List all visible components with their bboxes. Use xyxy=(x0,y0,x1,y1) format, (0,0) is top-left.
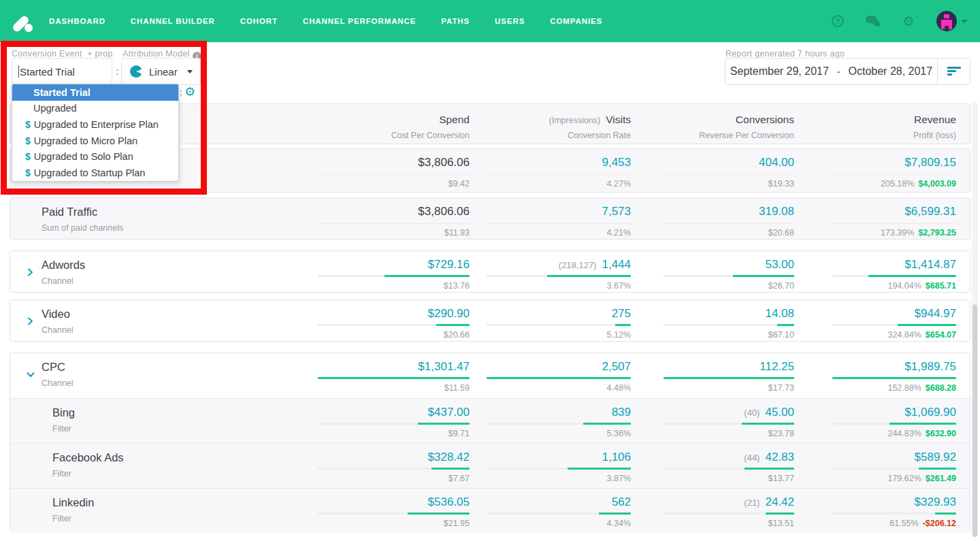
cost-per-conversion: $20.66 xyxy=(318,330,470,340)
conversion-event-label: Conversion Event + prop xyxy=(12,49,113,59)
visits-value[interactable]: 1,106 xyxy=(487,444,631,464)
col-header-revenue: Revenue xyxy=(832,104,956,126)
col-header-visits: (Impressions)Visits xyxy=(487,104,631,126)
profit-value: $4,003.09 xyxy=(918,179,956,189)
nav-item-dashboard[interactable]: DASHBOARD xyxy=(49,17,105,25)
spend-value[interactable]: $437.00 xyxy=(318,399,470,419)
col-header-spend: Spend xyxy=(318,104,470,126)
add-prop-link[interactable]: + prop xyxy=(87,49,113,59)
dropdown-option-upgraded-micro[interactable]: $Upgraded to Micro Plan xyxy=(12,133,178,149)
conversions-value[interactable]: 42.83 xyxy=(765,451,794,463)
profit-value: -$206.12 xyxy=(923,519,956,528)
revenue-value[interactable]: $7,809.15 xyxy=(832,149,956,169)
nav-item-companies[interactable]: COMPANIES xyxy=(550,17,602,25)
revenue-value[interactable]: $329.93 xyxy=(832,489,956,509)
conversion-rate: 5.12% xyxy=(487,330,631,340)
conversions-value[interactable]: 24.42 xyxy=(765,495,794,508)
revenue-value[interactable]: $1,069.90 xyxy=(832,399,956,419)
row-name: Linkedin xyxy=(52,496,94,509)
row-subtitle: Filter xyxy=(52,514,94,523)
model-settings-gear-icon[interactable]: ⚙ xyxy=(184,84,195,99)
account-menu[interactable] xyxy=(936,11,968,31)
nav-item-channel-performance[interactable]: CHANNEL PERFORMANCE xyxy=(303,17,416,25)
conversions-value[interactable]: 45.00 xyxy=(765,406,794,419)
profit-pct: 244.83% xyxy=(887,429,921,438)
brand-logo-icon[interactable] xyxy=(10,7,37,35)
date-range-picker[interactable]: September 29, 2017 - October 28, 2017 xyxy=(725,58,970,85)
table-row-video: VideoChannel $290.90$20.66 2755.12% 14.0… xyxy=(10,299,970,342)
conversion-rate: 4.27% xyxy=(487,179,631,189)
chat-icon[interactable] xyxy=(866,15,881,27)
revenue-per-conversion: $20.68 xyxy=(664,228,794,238)
revenue-per-conversion: $19.33 xyxy=(664,179,794,189)
avatar xyxy=(936,11,957,31)
dropdown-option-upgraded-solo[interactable]: $Upgraded to Solo Plan xyxy=(12,148,178,165)
conversions-value[interactable]: 319.08 xyxy=(664,198,794,218)
conversions-value[interactable]: 112.25 xyxy=(664,353,794,374)
visits-value[interactable]: 9,453 xyxy=(487,149,631,169)
spend-value: $3,806.06 xyxy=(318,149,470,169)
cost-per-conversion: $9.71 xyxy=(318,429,470,438)
table-group-cpc: CPCChannel $1,301.47$11.59 2,5074.48% 11… xyxy=(10,353,970,532)
conversion-rate: 4.48% xyxy=(487,383,631,393)
row-subtitle: Sum of paid channels xyxy=(42,223,123,233)
dropdown-option-upgraded-enterprise[interactable]: $Upgraded to Enterprise Plan xyxy=(12,116,178,133)
revenue-value[interactable]: $589.92 xyxy=(832,444,956,464)
revenue-value[interactable]: $1,989.75 xyxy=(832,353,956,374)
row-subtitle: Channel xyxy=(42,378,74,388)
col-subheader-conversion-rate: Conversion Rate xyxy=(487,131,631,140)
spend-value: $3,806.06 xyxy=(318,198,470,218)
conversion-rate: 5.36% xyxy=(487,429,631,438)
spend-value[interactable]: $1,301.47 xyxy=(318,353,470,374)
date-separator: - xyxy=(837,66,840,77)
dollar-icon: $ xyxy=(25,135,31,146)
profit-pct: 179.62% xyxy=(887,474,921,483)
filter-icon xyxy=(947,67,961,76)
profit-value: $688.28 xyxy=(926,383,956,393)
dropdown-option-started-trial[interactable]: Started Trial xyxy=(12,84,178,101)
scrollbar-thumb[interactable] xyxy=(973,304,977,537)
nav-item-users[interactable]: USERS xyxy=(495,17,525,25)
spend-value[interactable]: $536.05 xyxy=(318,489,470,509)
date-filter-button[interactable] xyxy=(937,59,970,84)
cost-per-conversion: $9.42 xyxy=(318,179,470,189)
nav-item-cohort[interactable]: COHORT xyxy=(240,17,278,25)
spend-value[interactable]: $328.42 xyxy=(318,444,470,464)
revenue-value[interactable]: $944.97 xyxy=(832,300,956,321)
dropdown-option-upgraded-startup[interactable]: $Upgraded to Startup Plan xyxy=(12,165,178,181)
attribution-model-select[interactable]: Linear xyxy=(121,58,201,85)
visits-value[interactable]: 1,444 xyxy=(602,258,631,271)
help-icon[interactable]: ? xyxy=(832,15,844,27)
conversions-value[interactable]: 404.00 xyxy=(664,149,794,169)
revenue-value[interactable]: $1,414.87 xyxy=(832,251,956,272)
col-subheader-profit-loss: Profit (loss) xyxy=(832,131,956,140)
row-subtitle: Channel xyxy=(42,276,85,286)
spend-value[interactable]: $290.90 xyxy=(318,300,470,321)
visits-value[interactable]: 7,573 xyxy=(487,198,631,218)
nav-item-paths[interactable]: PATHS xyxy=(441,17,470,25)
profit-value: $685.71 xyxy=(926,281,956,291)
conversion-rate: 4.21% xyxy=(487,228,631,238)
conversion-event-input[interactable]: Started Trial xyxy=(12,58,112,85)
revenue-value[interactable]: $6,599.31 xyxy=(832,198,956,218)
settings-gear-icon[interactable]: ⚙ xyxy=(902,14,915,28)
visits-value[interactable]: 839 xyxy=(487,399,631,419)
dollar-icon: $ xyxy=(25,151,31,162)
visits-value[interactable]: 2,507 xyxy=(487,353,631,374)
visits-value[interactable]: 275 xyxy=(487,300,631,321)
conversion-rate: 4.34% xyxy=(487,519,631,528)
conversion-count: (44) xyxy=(744,453,760,463)
col-header-conversions: Conversions xyxy=(664,104,794,126)
visits-value[interactable]: 562 xyxy=(487,489,631,509)
expand-chevron-right-icon[interactable] xyxy=(27,267,34,279)
conversions-value[interactable]: 14.08 xyxy=(664,300,794,321)
dropdown-option-upgraded[interactable]: Upgraded xyxy=(12,101,178,117)
profit-pct: 205.18% xyxy=(881,179,914,189)
cost-per-conversion: $7.67 xyxy=(318,474,470,483)
spend-value[interactable]: $729.16 xyxy=(318,251,470,272)
nav-item-channel-builder[interactable]: CHANNEL BUILDER xyxy=(131,17,215,25)
expand-chevron-right-icon[interactable] xyxy=(27,316,34,328)
conversions-value[interactable]: 53.00 xyxy=(664,251,794,272)
collapse-chevron-down-icon[interactable] xyxy=(27,369,35,381)
profit-pct: 194.04% xyxy=(887,281,921,291)
